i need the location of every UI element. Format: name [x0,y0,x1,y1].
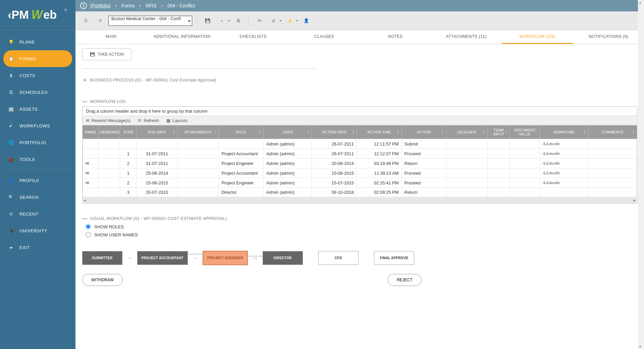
column-menu-icon[interactable]: ⋮ [632,130,636,134]
column-menu-icon[interactable]: ⋮ [351,130,355,134]
sidebar-item-portfolio[interactable]: 🌐PORTFOLIO [3,134,72,151]
flow-node-director[interactable]: DIRECTOR [263,251,303,265]
column-header[interactable]: EMAIL⋮ [83,125,99,139]
vertical-scrollbar[interactable] [638,0,644,349]
column-header[interactable]: ACTION TIME⋮ [357,125,402,139]
column-header[interactable]: STEP⋮ [120,125,137,139]
column-header[interactable]: ACTION DATE⋮ [312,125,357,139]
sidebar-item-exit[interactable]: ➜EXIT [3,239,72,256]
delete-icon[interactable]: 🗑 [232,15,244,26]
column-menu-icon[interactable]: ⋮ [93,130,97,134]
column-menu-icon[interactable]: ⋮ [172,130,176,134]
column-header[interactable]: GENERATE⋮ [98,125,120,139]
list-icon[interactable]: ☰ [80,15,92,26]
table-row[interactable]: ✉215-06-2015Project EngineerAdmin (admin… [83,178,637,188]
table-cell: 10-06-2015 [312,168,357,178]
sidebar-item-search[interactable]: 🔍SEARCH [3,189,72,206]
sidebar-item-schedules[interactable]: ☰SCHEDULES [3,84,72,101]
tab-clauses[interactable]: CLAUSES [289,30,360,44]
sidebar-item-recent[interactable]: ↺RECENT [3,206,72,222]
sidebar-item-university[interactable]: 🎓UNIVERSITY [3,222,72,239]
column-header[interactable]: DUE DATE⋮ [137,125,177,139]
history-icon[interactable]: ↺ [94,15,106,26]
table-row[interactable]: ✉125-06-2014Project AccountantAdmin (adm… [83,168,637,178]
column-header[interactable]: ACTION⋮ [401,125,446,139]
column-menu-icon[interactable]: ⋮ [131,130,135,134]
horizontal-scrollbar[interactable]: ◂▸ [83,197,637,203]
table-cell: 3 [120,188,137,197]
info-icon[interactable]: i [80,2,87,9]
breadcrumb-forms[interactable]: Forms [121,3,135,8]
tab-main[interactable]: MAIN [75,30,147,44]
section-business-process[interactable]: ＋ BUSINESS PROCESS (01 - WF-000001 Cost … [82,77,637,83]
sidebar-item-profile[interactable]: 👤PROFILE [3,172,72,189]
radio-show-users[interactable]: SHOW USER NAMES [86,232,637,237]
group-hint[interactable]: Drag a column header and drop it here to… [83,107,637,116]
refresh-button[interactable]: ⟳Refresh [138,118,159,123]
breadcrumb-bar: i (Portfolio) › Forms › RFIS › 004 - Con… [75,0,644,11]
column-menu-icon[interactable]: ⋮ [114,130,118,134]
tab-workflow[interactable]: WORKFLOW (2/4) [502,30,573,44]
breadcrumb-rfis[interactable]: RFIS [146,3,157,8]
breadcrumb-portfolio[interactable]: (Portfolio) [90,3,111,8]
column-header[interactable]: USER⋮ [263,125,312,139]
radio-input[interactable] [86,232,91,237]
column-header[interactable]: SIGNATURE⋮ [540,125,588,139]
history-icon: ↺ [7,210,15,218]
table-row[interactable]: 320-07-2015DirectorAdmin (admin)08-10-20… [83,188,637,197]
sidebar-item-forms[interactable]: 📋FORMS [3,50,72,67]
flow-node-final[interactable]: FINAL APPROVE [374,251,414,265]
column-header[interactable]: COMMENTS⋮ [588,125,637,139]
take-action-button[interactable]: 💾 TAKE ACTION [82,48,131,60]
sidebar-item-tools[interactable]: 💼TOOLS [3,151,72,168]
sidebar-item-costs[interactable]: $COSTS [3,67,72,84]
section-workflow-log[interactable]: — WORKFLOW LOG [82,99,637,104]
table-row[interactable]: ✉231-07-2011Project EngineerAdmin (admin… [83,159,637,168]
table-row[interactable]: Admin (admin)26-07-201112:11:57 PMSubmit… [83,139,637,149]
sidebar-item-workflows[interactable]: ✔WORKFLOWS [3,117,72,134]
column-menu-icon[interactable]: ⋮ [441,130,445,134]
flow-node-engineer[interactable]: PROJECT ENGINEER [203,251,248,265]
sidebar-item-plans[interactable]: 💡PLANS [3,34,72,50]
resend-button[interactable]: ✉Resend Message(s) [86,118,130,123]
save-icon[interactable]: 💾 [202,15,213,26]
tab-notifications[interactable]: NOTIFICATIONS (9) [573,30,644,44]
column-menu-icon[interactable]: ⋮ [396,130,400,134]
reject-button[interactable]: REJECT [388,274,422,286]
withdraw-button[interactable]: WITHDRAW [82,274,123,286]
layouts-button[interactable]: ▦Layouts [166,118,188,123]
column-menu-icon[interactable]: ⋮ [583,130,587,134]
tab-attachments[interactable]: ATTACHMENTS (11) [431,30,502,44]
column-menu-icon[interactable]: ⋮ [504,130,508,134]
column-header[interactable]: ATTACHMENTS⋮ [177,125,218,139]
column-header[interactable]: DOCUMENT VALUE⋮ [510,125,540,139]
record-dropdown[interactable]: Boston Medical Center - 004 - Confl ▾ [108,16,192,26]
flow-node-accountant[interactable]: PROJECT ACCOUNTANT [137,251,188,265]
bolt-dropdown[interactable]: ⚡▾ [284,15,298,26]
column-header[interactable]: ROLE⋮ [219,125,264,139]
flow-node-submitter[interactable]: SUBMITTER [82,251,122,265]
column-menu-icon[interactable]: ⋮ [534,130,538,134]
column-menu-icon[interactable]: ⋮ [258,130,262,134]
mail-icon[interactable]: ✉ [254,15,265,26]
column-menu-icon[interactable]: ⋮ [306,130,310,134]
table-cell: A.Lincoln [540,168,588,178]
column-header[interactable]: TEAM INPUT⋮ [487,125,510,139]
radio-input[interactable] [86,224,91,229]
building-icon: 🏢 [7,105,15,113]
user-icon[interactable]: 👤 [301,15,312,26]
tab-notes[interactable]: NOTES [360,30,431,44]
table-row[interactable]: 131-07-2011Project AccountantAdmin (admi… [83,149,637,159]
tab-checklists[interactable]: CHECKLISTS [218,30,289,44]
sidebar-item-assets[interactable]: 🏢ASSETS [3,101,72,117]
column-menu-icon[interactable]: ⋮ [213,130,217,134]
section-visual-workflow[interactable]: — VISUAL WORKFLOW (01 - WF-000001 COST E… [82,216,637,221]
print-dropdown[interactable]: 🖨▾ [268,15,281,26]
add-dropdown[interactable]: ＋▾ [216,15,230,26]
radio-show-roles[interactable]: SHOW ROLES [86,224,637,229]
column-header[interactable]: DELEGATE⋮ [446,125,487,139]
flow-node-cfo[interactable]: CFO [318,251,359,265]
column-menu-icon[interactable]: ⋮ [482,130,486,134]
tab-additional[interactable]: ADDITIONAL INFORMATION [147,30,218,44]
table-cell [588,139,637,149]
